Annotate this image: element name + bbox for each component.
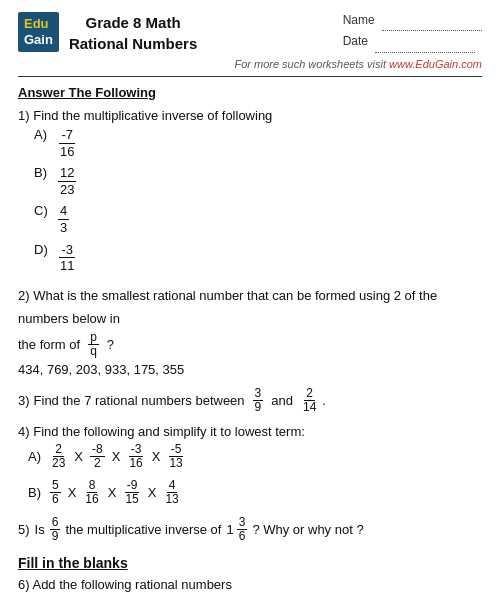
- q5-mixed-num: 3: [237, 516, 248, 530]
- q4-number: 4): [18, 424, 30, 439]
- title-line2: Rational Numbers: [69, 33, 197, 54]
- q1-d-den: 11: [58, 258, 76, 274]
- q4-part-a: A) 2 23 X -8 2 X -3 16 X -5 13: [28, 443, 482, 470]
- q6-text: Add the following rational numbers: [32, 577, 231, 592]
- q4-parts: A) 2 23 X -8 2 X -3 16 X -5 13 B): [28, 443, 482, 506]
- q4-text: Find the following and simplify it to lo…: [33, 424, 305, 439]
- question-2: 2) What is the smallest rational number …: [18, 284, 482, 377]
- q5-pre: Is: [35, 522, 45, 537]
- q4-a-t2-den: 2: [92, 457, 103, 470]
- q4-part-b: B) 5 6 X 8 16 X -9 15 X 4 13: [28, 479, 482, 506]
- q1-a-num: -7: [59, 127, 75, 144]
- question-1: 1) Find the multiplicative inverse of fo…: [18, 108, 482, 274]
- q6-number: 6): [18, 577, 30, 592]
- q4-a-x3: X: [152, 449, 161, 464]
- q3-frac1: 3 9: [253, 387, 264, 414]
- q1-text: Find the multiplicative inverse of follo…: [33, 108, 272, 123]
- q3-f2-num: 2: [304, 387, 315, 401]
- q4-b-t1-den: 6: [50, 493, 61, 506]
- q4-b-frac1: 5 6: [50, 479, 61, 506]
- q5-frac-num: 6: [50, 516, 61, 530]
- q4-b-frac2: 8 16: [83, 479, 100, 506]
- q4-b-t4-den: 13: [163, 493, 180, 506]
- q2-pq-fraction: p q: [88, 331, 99, 358]
- q4-b-x2: X: [108, 485, 117, 500]
- q4-a-t3-num: -3: [129, 443, 144, 457]
- q5-frac-den: 9: [50, 530, 61, 543]
- logo-gain: Gain: [24, 32, 53, 48]
- q4-a-t4-num: -5: [169, 443, 184, 457]
- q4-a-t4-den: 13: [167, 457, 184, 470]
- q1-b-num: 12: [58, 165, 76, 182]
- date-label: Date: [343, 34, 368, 48]
- q5-row: 5) Is 6 9 the multiplicative inverse of …: [18, 516, 482, 543]
- q2-question-mark: ?: [107, 337, 114, 352]
- website-line: For more such worksheets visit www.EduGa…: [18, 58, 482, 70]
- logo: Edu Gain: [18, 12, 59, 51]
- question-6: 6) Add the following rational numbers: [18, 577, 482, 592]
- q4-a-t1-den: 23: [50, 457, 67, 470]
- q2-form-row: the form of p q ?: [18, 331, 482, 358]
- name-dots: [382, 10, 482, 31]
- q2-text: 2) What is the smallest rational number …: [18, 284, 482, 331]
- q5-frac: 6 9: [50, 516, 61, 543]
- question-3: 3) Find the 7 rational numbers between 3…: [18, 387, 482, 414]
- q4-a-label: A): [28, 449, 46, 464]
- q3-number: 3): [18, 393, 30, 408]
- q1-c-den: 3: [58, 220, 69, 236]
- q5-mid: the multiplicative inverse of: [65, 522, 221, 537]
- q2-number: 2): [18, 288, 30, 303]
- q1-number: 1): [18, 108, 30, 123]
- q4-b-t3-den: 15: [123, 493, 140, 506]
- q3-period: .: [322, 393, 326, 408]
- q4-b-label: B): [28, 485, 46, 500]
- q6-header: 6) Add the following rational numbers: [18, 577, 482, 592]
- q3-and: and: [271, 393, 293, 408]
- fill-in-title: Fill in the blanks: [18, 555, 482, 571]
- q4-a-frac1: 2 23: [50, 443, 67, 470]
- q4-b-t4-num: 4: [167, 479, 178, 493]
- title-line1: Grade 8 Math: [69, 12, 197, 33]
- q4-a-frac4: -5 13: [167, 443, 184, 470]
- worksheet-title: Grade 8 Math Rational Numbers: [69, 12, 197, 54]
- q4-a-frac3: -3 16: [127, 443, 144, 470]
- q4-a-x1: X: [74, 449, 83, 464]
- q1-c-num: 4: [58, 203, 69, 220]
- answer-section-title: Answer The Following: [18, 85, 482, 100]
- q3-frac2: 2 14: [301, 387, 318, 414]
- logo-edu: Edu: [24, 16, 53, 32]
- q3-text: 3) Find the 7 rational numbers between 3…: [18, 387, 482, 414]
- q1-a-den: 16: [58, 144, 76, 160]
- q1-part-c: C) 4 3: [34, 203, 482, 235]
- date-row: Date: [343, 31, 482, 52]
- q1-b-label: B): [34, 165, 52, 180]
- q1-a-label: A): [34, 127, 52, 142]
- q5-number: 5): [18, 522, 30, 537]
- q2-numbers: 434, 769, 203, 933, 175, 355: [18, 362, 482, 377]
- q2-desc: What is the smallest rational number tha…: [18, 288, 437, 326]
- q1-part-b: B) 12 23: [34, 165, 482, 197]
- q5-post: ? Why or why not ?: [252, 522, 363, 537]
- q2-p: p: [88, 331, 99, 345]
- top-divider: [18, 76, 482, 77]
- q1-d-label: D): [34, 242, 52, 257]
- name-label: Name: [343, 13, 375, 27]
- date-dots: [375, 31, 475, 52]
- q1-parts: A) -7 16 B) 12 23 C) 4 3 D) -3 11: [34, 127, 482, 274]
- q1-part-d: D) -3 11: [34, 242, 482, 274]
- q4-b-t3-num: -9: [125, 479, 140, 493]
- q4-a-t1-num: 2: [53, 443, 64, 457]
- q5-whole: 1: [226, 522, 233, 537]
- q1-d-num: -3: [59, 242, 75, 259]
- q2-form-text: the form of: [18, 337, 80, 352]
- q3-f1-den: 9: [253, 401, 264, 414]
- q1-a-fraction: -7 16: [58, 127, 76, 159]
- q3-f1-num: 3: [253, 387, 264, 401]
- question-5: 5) Is 6 9 the multiplicative inverse of …: [18, 516, 482, 543]
- q5-mixed-den: 6: [237, 530, 248, 543]
- q2-q: q: [88, 345, 99, 358]
- q4-a-t2-num: -8: [90, 443, 105, 457]
- q4-b-frac3: -9 15: [123, 479, 140, 506]
- q5-mixed-frac: 3 6: [237, 516, 248, 543]
- q1-header: 1) Find the multiplicative inverse of fo…: [18, 108, 482, 123]
